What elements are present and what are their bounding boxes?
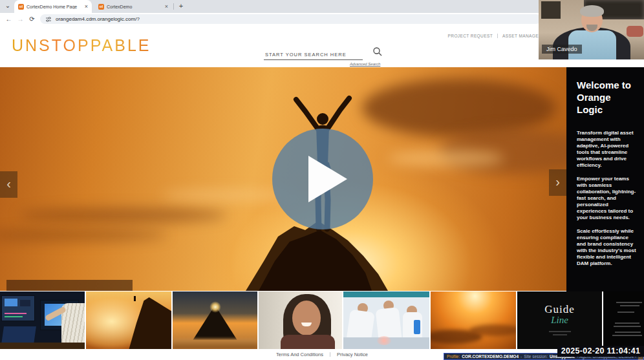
lab-shelf-graphic	[343, 291, 429, 297]
text-line	[616, 302, 642, 303]
close-tab-icon[interactable]: ×	[165, 3, 168, 10]
search-area: Advanced Search	[264, 45, 387, 65]
footer-divider	[330, 352, 330, 357]
shirt-graphic	[281, 335, 335, 349]
profile-label: Profile:	[447, 354, 460, 359]
unstoppable-logo[interactable]: UNSTOPPABLE	[12, 36, 151, 55]
thumbnail-cliff-sunset[interactable]	[86, 291, 171, 349]
play-button[interactable]	[272, 129, 373, 229]
cloud-graphic	[469, 324, 516, 336]
welcome-paragraph: Scale effortlessly while ensuring compli…	[577, 228, 638, 267]
sun-glow-graphic	[209, 301, 221, 313]
guideline-word-2: Line	[517, 315, 602, 326]
text-line	[615, 332, 641, 333]
play-icon	[308, 156, 347, 202]
text-line	[614, 326, 641, 327]
labcoat-graphic	[347, 310, 375, 341]
hero-carousel: ‹ ›	[0, 67, 566, 291]
close-tab-icon[interactable]: ×	[85, 3, 88, 10]
picture-frame-graphic	[541, 1, 561, 19]
text-line	[617, 312, 634, 313]
thumbnail-text-document[interactable]	[603, 291, 644, 349]
tab-cortexdemo-home[interactable]: ol CortexDemo Home Page ×	[14, 0, 92, 13]
search-icon[interactable]	[372, 47, 383, 57]
refresh-button[interactable]: ⟳	[27, 14, 37, 24]
hero-caption-bar	[6, 280, 133, 291]
text-line	[620, 305, 639, 306]
presenter-name-label: Jim Cavedo	[542, 45, 582, 54]
search-input[interactable]	[264, 50, 363, 60]
tab-cortexdemo[interactable]: ol CortexDemo ×	[94, 0, 172, 13]
welcome-paragraph: Empower your teams with seamless collabo…	[577, 176, 638, 221]
cloud-sea-graphic	[173, 339, 257, 349]
advanced-search-link[interactable]: Advanced Search	[350, 62, 380, 66]
pillow-graphic	[627, 26, 643, 37]
carousel-prev-button[interactable]: ‹	[0, 171, 17, 198]
welcome-heading: Welcome to Orange Logic	[577, 79, 638, 116]
thumbnail-guideline-card[interactable]: Guide Line	[517, 291, 602, 349]
privacy-link[interactable]: Privacy Notice	[337, 352, 368, 357]
text-line	[615, 323, 639, 324]
carousel-next-button[interactable]: ›	[549, 169, 566, 196]
face-graphic	[292, 301, 321, 335]
forward-button: →	[16, 14, 25, 24]
nav-divider	[497, 34, 498, 38]
desk-graphic	[0, 343, 85, 349]
status-separator: -	[521, 354, 522, 359]
address-bar[interactable]: orangedam4.cdm.orangelogic.com/?	[40, 14, 541, 24]
guideline-word-1: Guide	[517, 303, 602, 316]
welcome-paragraph: Transform digital asset management with …	[577, 130, 638, 169]
thumbnail-strip: Guide Line	[0, 291, 644, 349]
guideline-text: Guide Line	[517, 303, 602, 335]
nav-project-request[interactable]: PROJECT REQUEST	[448, 34, 493, 38]
text-line	[612, 335, 642, 336]
guideline-subtext-lines	[517, 331, 602, 335]
tab-title: CortexDemo	[107, 5, 162, 9]
recording-timestamp: 2025-02-20 11:04:41	[557, 346, 644, 357]
tab-search-chevron-icon[interactable]: ⌄	[3, 1, 13, 12]
site-favicon: ol	[98, 4, 104, 10]
new-tab-button[interactable]: +	[177, 2, 186, 11]
monitor-graphic	[1, 295, 35, 321]
glow-graphic	[377, 336, 391, 345]
site-favicon: ol	[18, 4, 24, 10]
person-graphic	[134, 296, 136, 301]
session-label: Site session:	[524, 354, 548, 359]
labcoat-graphic	[376, 307, 402, 341]
thumbnail-video-editing[interactable]	[0, 291, 85, 349]
screen: ⌄ ol CortexDemo Home Page × ol CortexDem…	[0, 0, 644, 360]
thumbnail-sunset-clouds[interactable]	[431, 291, 516, 349]
cliff-graphic	[118, 291, 171, 349]
thumbnail-lab-scientists[interactable]	[343, 291, 429, 349]
back-button[interactable]: ←	[4, 14, 14, 24]
site-settings-icon[interactable]	[45, 16, 52, 23]
laptop-graphic	[1, 326, 36, 344]
thumbnail-mountain-peak[interactable]	[173, 291, 257, 349]
tab-divider	[173, 3, 174, 10]
thumbnail-smiling-woman[interactable]	[259, 291, 342, 349]
webcam-overlay: Jim Cavedo	[539, 0, 644, 59]
tab-title: CortexDemo Home Page	[27, 5, 82, 9]
url-text: orangedam4.cdm.orangelogic.com/?	[56, 16, 140, 22]
terms-link[interactable]: Terms And Conditions	[276, 352, 323, 357]
nav-asset-management[interactable]: ASSET MANAGE	[502, 34, 539, 38]
bottle-graphic	[414, 320, 420, 334]
presenter-hair-graphic	[580, 5, 604, 17]
top-navigation: PROJECT REQUEST ASSET MANAGE	[448, 34, 539, 38]
profile-value: COR.CORTEXDEMO.DEMO4	[462, 354, 519, 359]
